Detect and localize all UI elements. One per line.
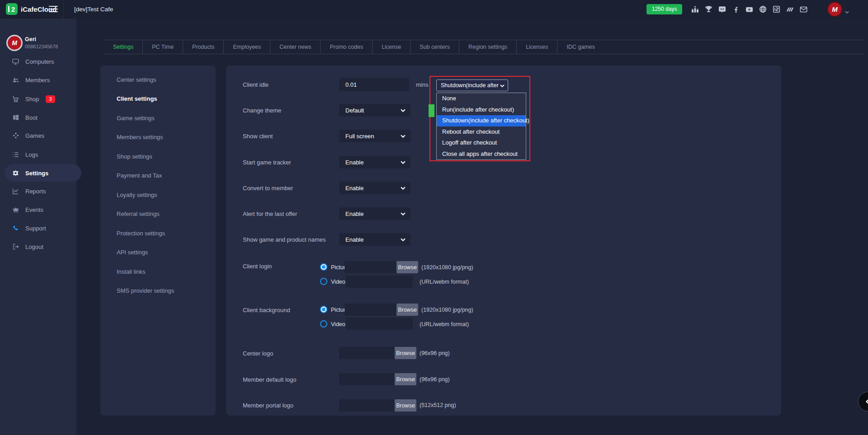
option-none[interactable]: None (437, 93, 526, 104)
sidebar-item-support[interactable]: Support (0, 220, 76, 237)
tab-settings[interactable]: Settings (104, 40, 143, 54)
aapanel-icon[interactable] (786, 5, 794, 14)
subnav-client-settings[interactable]: Client settings (100, 89, 216, 109)
option-logoff-after-checkout[interactable]: Logoff after checkout (437, 137, 526, 149)
tab-idc-games[interactable]: IDC games (557, 40, 604, 54)
tab-employees[interactable]: Employees (224, 40, 270, 54)
gear-icon (12, 169, 19, 177)
subnav-center-settings[interactable]: Center settings (100, 70, 216, 89)
client-login-video-url-input[interactable] (346, 276, 413, 288)
account-avatar[interactable]: M (827, 2, 842, 17)
center-logo-browse-button[interactable]: Browse (395, 347, 416, 359)
client-login-video-hint: (URL/webm format) (420, 279, 469, 285)
facebook-icon[interactable] (731, 5, 740, 14)
client-login-video-radio[interactable] (320, 278, 327, 285)
icafecloud-logo-icon[interactable]: 2 (6, 3, 18, 15)
member-portal-logo-file-input[interactable] (339, 399, 395, 412)
sidebar-item-logs[interactable]: Logs (0, 146, 76, 163)
tab-promo-codes[interactable]: Promo codes (321, 40, 373, 54)
sidebar-item-boot[interactable]: Boot (0, 109, 76, 126)
client-login-label: Client login (243, 263, 272, 270)
user-avatar[interactable]: M (6, 35, 23, 51)
client-background-picture-radio[interactable] (320, 306, 327, 313)
member-portal-logo-browse-button[interactable]: Browse (395, 399, 416, 412)
youtube-icon[interactable] (745, 5, 754, 14)
tab-license[interactable]: License (373, 40, 410, 54)
client-background-picture-browse-button[interactable]: Browse (396, 304, 418, 316)
start-game-tracker-label: Start game tracker (243, 159, 291, 166)
members-icon (12, 76, 19, 84)
subnav-shop-settings[interactable]: Shop settings (100, 147, 216, 166)
trophy-icon[interactable] (704, 5, 713, 14)
change-theme-label: Change theme (243, 107, 281, 114)
client-idle-action-select[interactable]: Shutdown(include after (436, 80, 508, 91)
center-logo-file-input[interactable] (339, 347, 395, 359)
client-login-picture-file-input[interactable] (344, 261, 396, 273)
subnav-api-settings[interactable]: API settings (100, 243, 216, 262)
client-background-picture-file-input[interactable] (344, 304, 396, 316)
header-icon-row (691, 5, 808, 14)
sidebar-item-label: Games (25, 132, 44, 139)
subnav-loyalty-settings[interactable]: Loyalty settings (100, 185, 216, 205)
sidebar-item-reports[interactable]: Reports (0, 182, 76, 200)
hamburger-menu-icon[interactable] (49, 6, 58, 12)
client-login-picture-radio[interactable] (320, 263, 327, 271)
sidebar-item-label: Logs (25, 151, 38, 158)
show-client-select[interactable]: Full screen (339, 130, 410, 142)
subnav-sms-provider-settings[interactable]: SMS provider settings (100, 281, 216, 301)
tab-region-settings[interactable]: Region settings (459, 40, 517, 54)
client-idle-label: Client idle (243, 81, 269, 88)
option-run-after-checkout[interactable]: Run(include after checkout) (437, 104, 526, 116)
tab-pc-time[interactable]: PC Time (143, 40, 183, 54)
ranking-icon[interactable] (691, 5, 699, 14)
sidebar-item-events[interactable]: Events (0, 201, 76, 218)
client-login-video-radio-label: Video (331, 279, 345, 285)
client-background-video-url-input[interactable] (346, 318, 413, 330)
start-game-tracker-select[interactable]: Enable (339, 156, 410, 168)
subnav-referral-settings[interactable]: Referral settings (100, 205, 216, 224)
sidebar-item-games[interactable]: Games (0, 127, 76, 144)
account-caret-icon[interactable] (845, 7, 849, 15)
alert-last-offer-select[interactable]: Enable (339, 207, 410, 220)
subnav-protection-settings[interactable]: Protection settings (100, 224, 216, 243)
show-names-select[interactable]: Enable (339, 233, 410, 246)
center-logo-label: Center logo (243, 350, 273, 357)
sidebar-item-settings[interactable]: Settings (5, 164, 81, 182)
option-close-all-apps[interactable]: Close all apps after checkout (437, 149, 526, 160)
icafecloud-mini-icon[interactable] (772, 5, 781, 14)
change-theme-select[interactable]: Default (339, 104, 410, 117)
client-login-picture-browse-button[interactable]: Browse (396, 261, 418, 273)
chevron-left-icon (865, 398, 868, 405)
subnav-game-settings[interactable]: Game settings (100, 108, 216, 128)
member-default-logo-file-input[interactable] (339, 373, 395, 385)
sidebar-item-shop[interactable]: Shop 3 (0, 90, 76, 108)
member-default-logo-browse-button[interactable]: Browse (395, 373, 416, 385)
user-avatar-letter: M (8, 36, 21, 50)
tab-center-news[interactable]: Center news (270, 40, 321, 54)
client-background-video-radio[interactable] (320, 320, 327, 327)
sidebar-item-logout[interactable]: Logout (0, 238, 76, 255)
subnav-members-settings[interactable]: Members settings (100, 128, 216, 147)
convert-to-member-select[interactable]: Enable (339, 182, 410, 194)
option-shutdown-after-checkout[interactable]: Shutdown(include after checkout) (437, 115, 526, 126)
discord-icon[interactable] (718, 5, 726, 14)
settings-subnav-panel: Center settings Client settings Game set… (100, 65, 216, 416)
globe-icon[interactable] (759, 5, 767, 14)
subnav-install-links[interactable]: Install links (100, 262, 216, 281)
top-tab-bar: Settings PC Time Products Employees Cent… (104, 40, 863, 54)
tab-licenses[interactable]: Licenses (517, 40, 557, 54)
license-days-badge[interactable]: 1250 days (646, 4, 682, 14)
logo-glyph: 2 (11, 5, 15, 13)
subnav-payment-and-tax[interactable]: Payment and Tax (100, 166, 216, 186)
option-reboot-after-checkout[interactable]: Reboot after checkout (437, 126, 526, 138)
sidebar-item-computers[interactable]: Computers (0, 53, 76, 70)
mail-icon[interactable] (799, 5, 808, 14)
sidebar-item-members[interactable]: Members (0, 71, 76, 89)
client-idle-input[interactable]: 0.01 (339, 78, 409, 91)
user-name: Geri (25, 36, 36, 42)
tab-products[interactable]: Products (183, 40, 224, 54)
collapse-panel-button[interactable] (858, 392, 868, 412)
sidebar-item-label: Settings (25, 170, 48, 177)
tab-sub-centers[interactable]: Sub centers (410, 40, 459, 54)
alert-last-offer-value: Enable (345, 210, 363, 217)
